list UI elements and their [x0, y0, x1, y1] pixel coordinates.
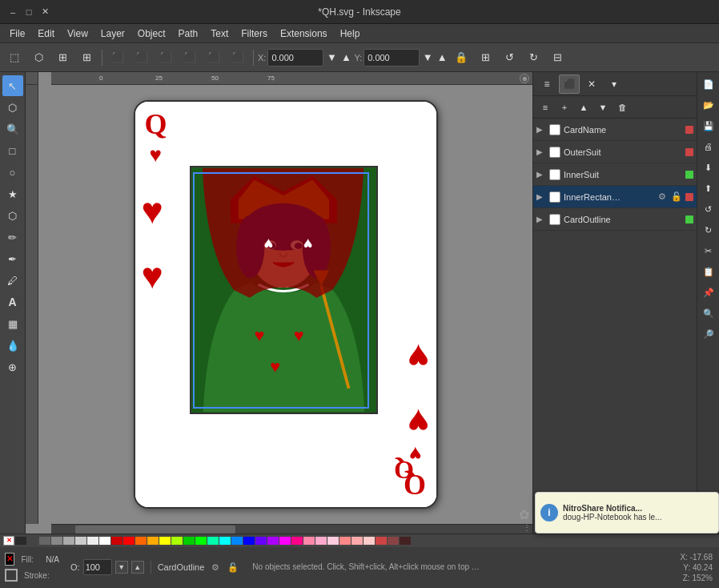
layer-vis-cardname[interactable]: [685, 126, 693, 134]
menu-object[interactable]: Object: [131, 26, 172, 41]
swatch-gray1[interactable]: [27, 537, 38, 545]
layer-lock-innerrect[interactable]: 🔓: [671, 191, 682, 203]
select-tool-btn[interactable]: ⬚: [3, 46, 26, 69]
y-up-btn[interactable]: ▲: [436, 46, 448, 69]
swatch-blue2[interactable]: [243, 537, 255, 545]
pencil-tool[interactable]: ✏: [2, 227, 23, 248]
file-new-btn[interactable]: 📄: [700, 75, 717, 93]
swatch-red4[interactable]: [351, 537, 363, 545]
swatch-gray4[interactable]: [63, 537, 74, 545]
opacity-up-btn[interactable]: ▲: [131, 561, 144, 574]
align-right-btn[interactable]: ⬛: [155, 46, 177, 69]
menu-filters[interactable]: Filters: [235, 26, 274, 41]
align-top-btn[interactable]: ⬛: [179, 46, 201, 69]
layer-delete-btn[interactable]: 🗑: [613, 99, 631, 116]
snap-toggle-btn[interactable]: ⊞: [474, 46, 496, 69]
redo-btn[interactable]: ↻: [522, 46, 544, 69]
zoom-in-btn[interactable]: 🔍: [700, 304, 717, 322]
layer-down-btn[interactable]: ▼: [594, 99, 612, 116]
swatch-green2[interactable]: [195, 537, 207, 545]
maximize-button[interactable]: □: [22, 6, 35, 18]
menu-file[interactable]: File: [3, 26, 31, 41]
star-tool[interactable]: ★: [2, 183, 23, 204]
swatch-orange1[interactable]: [135, 537, 147, 545]
stroke-color-box[interactable]: [5, 569, 18, 582]
y-down-btn[interactable]: ▼: [421, 46, 434, 69]
layer-up-btn[interactable]: ▲: [575, 99, 592, 116]
swatch-red6[interactable]: [376, 537, 387, 545]
layers-expand-btn[interactable]: ▾: [604, 75, 625, 94]
callig-tool[interactable]: 🖊: [2, 270, 23, 291]
h-scrollbar-thumb[interactable]: [75, 526, 235, 534]
menu-edit[interactable]: Edit: [31, 26, 61, 41]
remove-color-btn[interactable]: ✕: [3, 536, 14, 546]
layer-expand-innersuit[interactable]: ▶: [536, 170, 546, 179]
layers-align-btn[interactable]: ≡: [536, 75, 557, 94]
menu-path[interactable]: Path: [172, 26, 205, 41]
layer-row-outersuit[interactable]: ▶ OuterSuit: [533, 141, 697, 163]
opacity-input[interactable]: [83, 559, 112, 575]
copy-btn[interactable]: 📋: [700, 263, 717, 280]
swatch-pink2[interactable]: [303, 537, 315, 545]
paste-btn[interactable]: 📌: [700, 284, 717, 301]
swatch-magenta1[interactable]: [279, 537, 291, 545]
menu-text[interactable]: Text: [204, 26, 235, 41]
layer-row-innersuit[interactable]: ▶ InnerSuit: [533, 163, 697, 186]
swatch-yellow2[interactable]: [171, 537, 183, 545]
export-btn[interactable]: ⬆: [700, 179, 717, 197]
dropper-tool[interactable]: 💧: [2, 335, 23, 356]
menu-extensions[interactable]: Extensions: [274, 26, 334, 41]
swatch-gray5[interactable]: [75, 537, 86, 545]
menu-view[interactable]: View: [61, 26, 94, 41]
canvas-scroll[interactable]: Q ♥ ♥ ♥: [38, 85, 532, 524]
swatch-gray3[interactable]: [51, 537, 62, 545]
layer-settings-innerrect[interactable]: ⚙: [657, 191, 668, 203]
spray-tool[interactable]: ⊕: [2, 356, 23, 377]
selector-tool[interactable]: ↖: [2, 75, 23, 96]
swatch-red3[interactable]: [339, 537, 351, 545]
swatch-green1[interactable]: [183, 537, 195, 545]
x-input[interactable]: [267, 49, 323, 66]
swatch-gray6[interactable]: [87, 537, 98, 545]
close-button[interactable]: ✕: [38, 6, 51, 18]
zoom-tool[interactable]: 🔍: [2, 119, 23, 139]
opacity-down-btn[interactable]: ▼: [115, 561, 128, 574]
layer-vis-innerrect[interactable]: [685, 193, 693, 201]
layer-row-cardoutline[interactable]: ▶ CardOutline: [533, 208, 697, 231]
swatch-red8[interactable]: [400, 537, 411, 545]
text-tool[interactable]: A: [2, 292, 23, 312]
undo-btn[interactable]: ↺: [498, 46, 520, 69]
layer-expand-cardoutline[interactable]: ▶: [536, 215, 546, 224]
zoom-tool-btn[interactable]: ⊞: [51, 46, 74, 69]
swatch-orange2[interactable]: [147, 537, 159, 545]
undo-side-btn[interactable]: ↺: [700, 200, 717, 218]
align-center-btn[interactable]: ⬛: [131, 46, 153, 69]
pen-tool[interactable]: ✒: [2, 248, 23, 269]
swatch-blue1[interactable]: [231, 537, 243, 545]
snap-btn[interactable]: ⊞: [75, 46, 98, 69]
print-btn[interactable]: 🖨: [700, 138, 717, 155]
swatch-red5[interactable]: [364, 537, 375, 545]
h-scrollbar[interactable]: [51, 524, 532, 534]
align-left-btn[interactable]: ⬛: [106, 46, 129, 69]
zoom-fit-btn[interactable]: ⊟: [546, 46, 568, 69]
align-middle-btn[interactable]: ⬛: [203, 46, 225, 69]
import-btn[interactable]: ⬇: [700, 159, 717, 176]
swatch-purple2[interactable]: [267, 537, 279, 545]
swatch-red2[interactable]: [123, 537, 135, 545]
node-tool-btn[interactable]: ⬡: [27, 46, 50, 69]
menu-layer[interactable]: Layer: [94, 26, 131, 41]
rect-tool[interactable]: □: [2, 140, 23, 161]
layer-align-btn[interactable]: ≡: [536, 99, 554, 116]
layer-vis-outersuit[interactable]: [685, 148, 693, 156]
swatch-teal1[interactable]: [207, 537, 219, 545]
layer-row-innerrect[interactable]: ▶ InnerRectan… ⚙ 🔓: [533, 186, 697, 208]
stroke-lock-btn[interactable]: 🔓: [227, 561, 239, 574]
layer-expand-cardname[interactable]: ▶: [536, 125, 546, 134]
layers-close-btn[interactable]: ✕: [581, 75, 602, 94]
swatch-yellow1[interactable]: [159, 537, 171, 545]
3d-box-tool[interactable]: ⬡: [2, 205, 23, 226]
swatch-pink3[interactable]: [315, 537, 327, 545]
y-input[interactable]: [364, 49, 420, 66]
layer-expand-innerrect[interactable]: ▶: [536, 192, 546, 201]
